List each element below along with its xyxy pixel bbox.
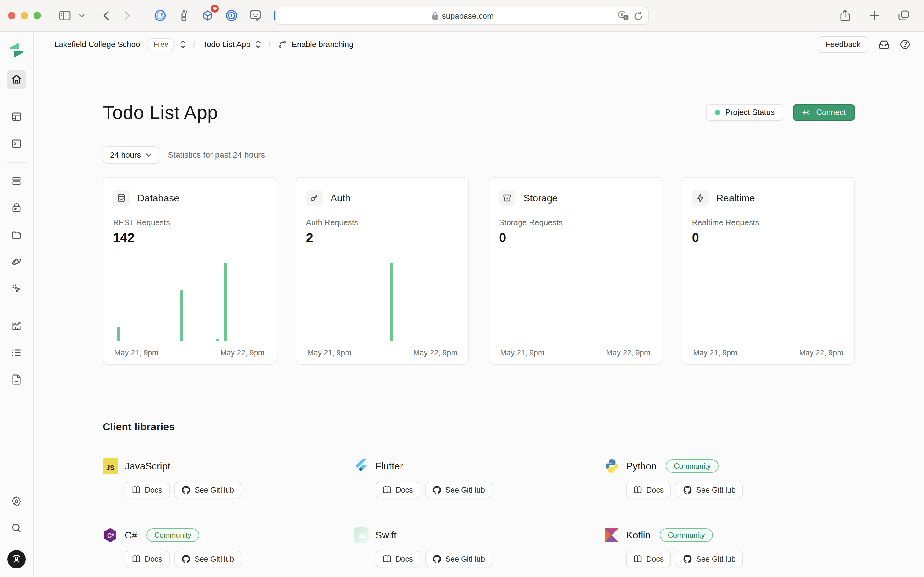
sidebar-item-logs[interactable]: [7, 343, 26, 363]
csharp-icon: C#: [103, 527, 118, 543]
storage-card-icon: [499, 190, 515, 206]
user-avatar[interactable]: [7, 550, 26, 569]
connect-label: Connect: [816, 108, 846, 117]
translate-icon[interactable]: Ax: [618, 11, 629, 21]
swift-icon: [354, 527, 369, 543]
github-icon: [433, 486, 441, 494]
see-github-button[interactable]: See GitHub: [425, 482, 492, 498]
usage-chart: [692, 263, 845, 342]
client-libraries-heading: Client libraries: [103, 421, 855, 433]
sidebar-item-table-editor[interactable]: [7, 107, 26, 127]
speech-bubble-extension-icon[interactable]: [245, 6, 266, 25]
browser-chrome: supabase.com Ax: [0, 0, 924, 32]
inbox-icon[interactable]: [878, 39, 890, 50]
spray-bottle-extension-icon[interactable]: [174, 6, 194, 25]
svg-text:#: #: [112, 533, 114, 537]
package-heart-extension-icon[interactable]: [197, 6, 218, 25]
book-icon: [132, 555, 140, 563]
share-icon[interactable]: [835, 6, 856, 25]
docs-button[interactable]: Docs: [125, 482, 170, 498]
book-icon: [633, 555, 642, 563]
sidebar-item-edge-functions[interactable]: [7, 252, 26, 271]
org-switcher[interactable]: Lakefield College School Free: [55, 38, 186, 50]
client-library-python: Python Community Docs See GitHub: [604, 458, 855, 498]
see-github-button[interactable]: See GitHub: [425, 551, 492, 567]
card-title: Storage: [523, 193, 558, 204]
book-icon: [633, 486, 642, 494]
metric-value: 0: [499, 230, 652, 245]
sidebar-item-reports[interactable]: [7, 316, 26, 335]
metric-label: Storage Requests: [499, 218, 652, 227]
reload-icon[interactable]: [634, 11, 643, 21]
docs-button[interactable]: Docs: [375, 551, 420, 567]
help-icon[interactable]: [900, 39, 911, 50]
sidebar-item-home[interactable]: [7, 70, 26, 89]
kotlin-logo-icon: [604, 527, 619, 543]
project-switcher[interactable]: Todo List App: [203, 40, 261, 49]
usage-chart: [306, 263, 459, 342]
docs-button[interactable]: Docs: [375, 482, 420, 498]
settings-gear-icon[interactable]: [7, 492, 26, 511]
project-name: Todo List App: [203, 40, 251, 49]
community-badge: Community: [146, 529, 199, 542]
connect-button[interactable]: Connect: [793, 104, 855, 121]
usage-chart: [113, 263, 266, 342]
see-github-button[interactable]: See GitHub: [676, 482, 743, 498]
project-sidebar: [0, 32, 34, 576]
address-bar[interactable]: supabase.com Ax: [275, 7, 649, 25]
sidebar-item-api-docs[interactable]: [7, 370, 26, 389]
x-axis-start-label: May 21, 9pm: [693, 348, 737, 357]
sidebar-item-database[interactable]: [7, 171, 26, 191]
plug-icon: [802, 109, 811, 116]
library-name: JavaScript: [125, 461, 170, 472]
sidebar-item-realtime[interactable]: [7, 279, 26, 298]
library-name: Python: [626, 461, 657, 472]
svg-text:JS: JS: [106, 464, 114, 472]
time-range-select[interactable]: 24 hours: [103, 147, 159, 163]
time-range-value: 24 hours: [110, 150, 141, 160]
key-icon: [310, 193, 319, 203]
flutter-logo-icon: [354, 458, 369, 474]
book-icon: [132, 486, 140, 494]
forward-button[interactable]: [117, 6, 137, 25]
client-library-swift: Swift Docs See GitHub: [354, 527, 604, 567]
docs-button[interactable]: Docs: [125, 551, 170, 567]
search-icon[interactable]: [7, 518, 26, 538]
svg-text:x: x: [625, 15, 627, 19]
sidebar-item-sql-editor[interactable]: [7, 134, 26, 153]
chart-bar: [117, 327, 120, 341]
see-github-button[interactable]: See GitHub: [174, 482, 241, 498]
metric-label: REST Requests: [113, 218, 266, 227]
python-logo-icon: [604, 458, 619, 474]
sidebar-toggle-icon[interactable]: [55, 6, 75, 25]
sidebar-item-storage[interactable]: [7, 225, 26, 245]
see-github-button[interactable]: See GitHub: [676, 551, 743, 567]
zoom-window-button[interactable]: [34, 12, 41, 19]
minimize-window-button[interactable]: [21, 12, 28, 19]
community-badge: Community: [666, 459, 719, 473]
tab-overview-icon[interactable]: [893, 6, 914, 25]
see-github-button[interactable]: See GitHub: [174, 551, 241, 567]
new-tab-icon[interactable]: [864, 6, 885, 25]
x-axis-start-label: May 21, 9pm: [114, 348, 159, 357]
feedback-button[interactable]: Feedback: [818, 36, 868, 53]
docs-button[interactable]: Docs: [626, 482, 671, 498]
window-controls: [8, 12, 41, 19]
supabase-logo[interactable]: [7, 40, 26, 60]
close-window-button[interactable]: [8, 12, 15, 19]
chart-bar: [180, 290, 184, 341]
realtime-card-icon: [692, 190, 708, 206]
card-title: Database: [137, 193, 179, 204]
client-library-kotlin: Kotlin Community Docs See GitHub: [604, 527, 855, 567]
back-button[interactable]: [96, 6, 117, 25]
enable-branching-label: Enable branching: [291, 40, 353, 49]
clock-extension-icon[interactable]: [150, 6, 171, 25]
circled-o-extension-icon[interactable]: [221, 6, 242, 25]
sidebar-item-auth[interactable]: [7, 198, 26, 218]
enable-branching-button[interactable]: Enable branching: [278, 40, 353, 49]
flutter-icon: [354, 458, 369, 474]
sidebar-chevron-down-icon[interactable]: [75, 6, 89, 25]
docs-button[interactable]: Docs: [626, 551, 671, 567]
project-status-button[interactable]: Project Status: [706, 104, 783, 121]
javascript-logo-icon: JS: [103, 458, 118, 474]
